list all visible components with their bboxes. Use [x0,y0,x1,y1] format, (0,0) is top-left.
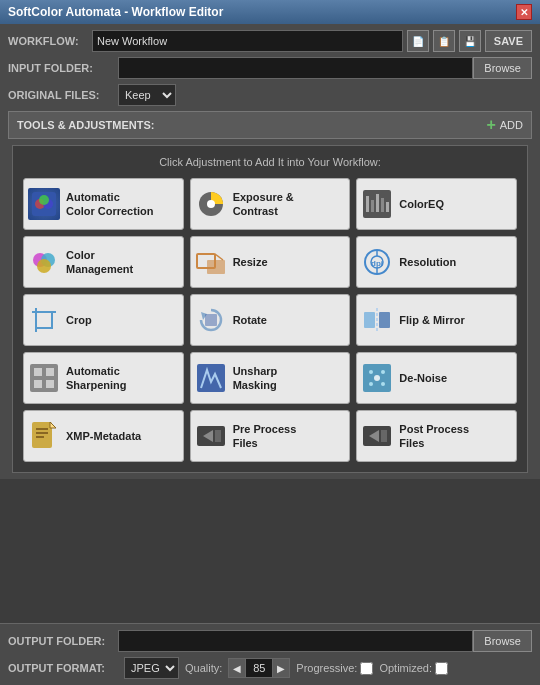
close-button[interactable]: ✕ [516,4,532,20]
output-folder-browse-button[interactable]: Browse [473,630,532,652]
quality-decrease-button[interactable]: ◀ [229,659,245,677]
save-button[interactable]: SAVE [485,30,532,52]
title-bar: SoftColor Automata - Workflow Editor ✕ [0,0,540,24]
svg-rect-33 [46,368,54,376]
progressive-label: Progressive: [296,662,373,675]
preprocess-icon [195,420,227,452]
svg-rect-23 [36,312,52,328]
tool-color-management-label: ColorManagement [66,248,133,277]
tool-coloreq-button[interactable]: ColorEQ [356,178,517,230]
tool-color-management-button[interactable]: ColorManagement [23,236,184,288]
tool-rotate-button[interactable]: Rotate [190,294,351,346]
coloreq-icon [361,188,393,220]
tool-exposure-button[interactable]: Exposure &Contrast [190,178,351,230]
tool-rotate-label: Rotate [233,313,267,327]
resolution-icon: dpi [361,246,393,278]
tools-adjustments-label: TOOLS & ADJUSTMENTS: [17,119,155,131]
svg-point-40 [374,375,380,381]
svg-point-39 [381,370,385,374]
quality-stepper: ◀ 85 ▶ [228,658,290,678]
svg-rect-51 [215,430,221,442]
original-files-label: ORIGINAL FILES: [8,89,118,101]
quality-increase-button[interactable]: ▶ [273,659,289,677]
svg-line-17 [215,254,223,260]
svg-rect-44 [36,428,48,430]
input-folder-row: INPUT FOLDER: Browse [8,57,532,79]
tool-postprocess-button[interactable]: Post ProcessFiles [356,410,517,462]
add-label: ADD [500,119,523,131]
tool-sharpening-button[interactable]: AutomaticSharpening [23,352,184,404]
svg-rect-45 [36,432,48,434]
svg-rect-54 [381,430,387,442]
save-icon-button[interactable]: 💾 [459,30,481,52]
resize-icon [195,246,227,278]
tool-sharpening-label: AutomaticSharpening [66,364,127,393]
workflow-label: WORKFLOW: [8,35,88,47]
svg-rect-27 [205,314,217,326]
add-plus-icon: + [486,116,495,134]
tool-resolution-label: Resolution [399,255,456,269]
bottom-section: OUTPUT FOLDER: Browse OUTPUT FORMAT: JPE… [0,623,540,685]
quality-label: Quality: [185,662,222,674]
tools-instruction: Click Adjustment to Add It into Your Wor… [23,156,517,168]
tools-panel: Click Adjustment to Add It into Your Wor… [12,145,528,473]
tool-xmp-label: XMP-Metadata [66,429,141,443]
tool-flipmirror-button[interactable]: Flip & Mirror [356,294,517,346]
tool-exposure-label: Exposure &Contrast [233,190,294,219]
input-folder-browse-button[interactable]: Browse [473,57,532,79]
flipmirror-icon [361,304,393,336]
svg-point-3 [39,195,49,205]
postprocess-icon [361,420,393,452]
svg-rect-35 [46,380,54,388]
input-folder-label: INPUT FOLDER: [8,62,118,74]
rotate-icon [195,304,227,336]
tool-preprocess-button[interactable]: Pre ProcessFiles [190,410,351,462]
tool-xmp-button[interactable]: XMP-Metadata [23,410,184,462]
xmp-icon [28,420,60,452]
svg-rect-7 [366,196,369,212]
tool-crop-label: Crop [66,313,92,327]
svg-rect-46 [36,436,44,438]
tool-crop-button[interactable]: Crop [23,294,184,346]
unsharp-icon [195,362,227,394]
tool-resize-button[interactable]: Resize [190,236,351,288]
svg-rect-28 [364,312,375,328]
sharpening-icon [28,362,60,394]
tool-preprocess-label: Pre ProcessFiles [233,422,297,451]
original-files-dropdown[interactable]: Keep Delete Move [118,84,176,106]
output-folder-row: OUTPUT FOLDER: Browse [8,630,532,652]
add-button[interactable]: + ADD [486,116,523,134]
color-correction-icon [28,188,60,220]
tool-resolution-button[interactable]: dpi Resolution [356,236,517,288]
optimized-text: Optimized: [379,662,432,674]
tool-coloreq-label: ColorEQ [399,197,444,211]
copy-workflow-button[interactable]: 📋 [433,30,455,52]
svg-rect-10 [381,198,384,212]
workflow-input[interactable] [92,30,403,52]
svg-rect-8 [371,200,374,212]
tool-denoise-label: De-Noise [399,371,447,385]
tool-postprocess-label: Post ProcessFiles [399,422,469,451]
new-workflow-button[interactable]: 📄 [407,30,429,52]
tool-resize-label: Resize [233,255,268,269]
tool-unsharp-label: UnsharpMasking [233,364,278,393]
workflow-row: WORKFLOW: 📄 📋 💾 SAVE [8,30,532,52]
quality-value: 85 [245,659,273,677]
tool-unsharp-button[interactable]: UnsharpMasking [190,352,351,404]
svg-point-14 [37,259,51,273]
svg-rect-9 [376,194,379,212]
output-format-dropdown[interactable]: JPEG PNG TIFF BMP [124,657,179,679]
svg-rect-34 [34,380,42,388]
tool-denoise-button[interactable]: De-Noise [356,352,517,404]
progressive-text: Progressive: [296,662,357,674]
output-folder-input[interactable] [118,630,473,652]
tool-color-correction-button[interactable]: AutomaticColor Correction [23,178,184,230]
svg-rect-29 [379,312,390,328]
input-folder-input[interactable] [118,57,473,79]
optimized-checkbox[interactable] [435,662,448,675]
progressive-checkbox[interactable] [360,662,373,675]
tool-flipmirror-label: Flip & Mirror [399,313,464,327]
output-format-label: OUTPUT FORMAT: [8,662,118,674]
svg-rect-43 [32,422,52,448]
svg-text:dpi: dpi [371,259,383,268]
